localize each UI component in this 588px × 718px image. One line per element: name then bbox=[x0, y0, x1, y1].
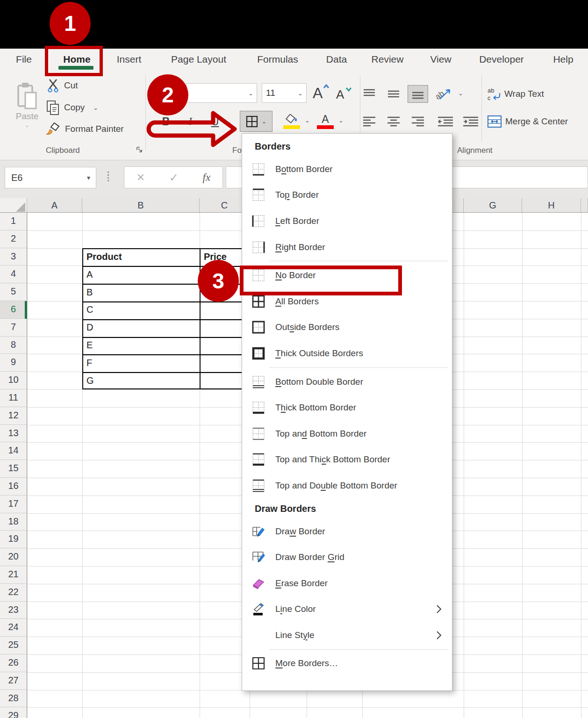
menu-item-more-borders[interactable]: More Borders… bbox=[242, 651, 452, 677]
paste-button[interactable]: Paste ⌄ bbox=[13, 77, 41, 133]
font-name-combobox[interactable]: ⌄ bbox=[186, 83, 257, 103]
copy-button[interactable]: Copy ⌄ bbox=[45, 100, 98, 115]
row-header-24[interactable]: 24 bbox=[0, 619, 27, 637]
tab-data[interactable]: Data bbox=[319, 49, 354, 71]
menu-item-left-border[interactable]: Left Border bbox=[242, 208, 452, 234]
row-header-10[interactable]: 10 bbox=[0, 372, 27, 389]
row-header-20[interactable]: 20 bbox=[0, 548, 27, 566]
align-right-button[interactable] bbox=[408, 112, 428, 131]
increase-indent-button[interactable] bbox=[460, 112, 481, 131]
row-header-3[interactable]: 3 bbox=[0, 248, 27, 266]
row-header-7[interactable]: 7 bbox=[0, 319, 27, 337]
row-header-21[interactable]: 21 bbox=[0, 566, 27, 584]
row-header-25[interactable]: 25 bbox=[0, 637, 27, 654]
menu-item-draw-border[interactable]: Draw Border bbox=[242, 518, 452, 545]
align-center-button[interactable] bbox=[383, 112, 404, 131]
cell-b8[interactable]: E bbox=[82, 337, 200, 354]
format-painter-button[interactable]: Format Painter bbox=[45, 122, 124, 136]
cell-b5[interactable]: B bbox=[82, 283, 200, 301]
merge-center-button[interactable]: Merge & Center bbox=[487, 112, 568, 131]
row-header-29[interactable]: 29 bbox=[0, 707, 27, 718]
cell-b3[interactable]: Product bbox=[82, 248, 200, 266]
row-header-19[interactable]: 19 bbox=[0, 531, 27, 548]
row-header-6[interactable]: 6 bbox=[0, 301, 27, 319]
tab-developer[interactable]: Developer bbox=[470, 49, 533, 71]
cell-b9[interactable]: F bbox=[82, 354, 200, 372]
cell-b7[interactable]: D bbox=[82, 319, 200, 337]
menu-item-outside-borders[interactable]: Outside Borders bbox=[242, 315, 452, 341]
font-color-button[interactable]: A bbox=[314, 111, 337, 132]
borders-chevron-icon: ⌄ bbox=[262, 118, 267, 125]
cell-b10[interactable]: G bbox=[82, 372, 200, 389]
column-header-a[interactable]: A bbox=[27, 198, 82, 213]
menu-item-top-and-thick-bottom-border[interactable]: Top and Thick Bottom Border bbox=[242, 447, 452, 473]
tab-review[interactable]: Review bbox=[364, 49, 411, 71]
row-header-12[interactable]: 12 bbox=[0, 407, 27, 425]
row-header-4[interactable]: 4 bbox=[0, 266, 27, 283]
row-header-13[interactable]: 13 bbox=[0, 425, 27, 443]
column-header-b[interactable]: B bbox=[82, 198, 200, 213]
row-header-22[interactable]: 22 bbox=[0, 584, 27, 602]
row-header-26[interactable]: 26 bbox=[0, 654, 27, 672]
row-header-14[interactable]: 14 bbox=[0, 442, 27, 460]
row-header-5[interactable]: 5 bbox=[0, 283, 27, 301]
cell-b6[interactable]: C bbox=[82, 301, 200, 319]
row-header-28[interactable]: 28 bbox=[0, 690, 27, 708]
name-box-dropdown-icon[interactable]: ▾ bbox=[87, 174, 90, 181]
decrease-font-size-button[interactable]: A bbox=[333, 84, 352, 103]
menu-item-bottom-double-border[interactable]: Bottom Double Border bbox=[242, 369, 452, 395]
menu-item-line-color[interactable]: Line Color bbox=[242, 596, 452, 623]
row-header-18[interactable]: 18 bbox=[0, 513, 27, 531]
top-align-button[interactable] bbox=[359, 85, 380, 103]
fill-color-button[interactable] bbox=[280, 111, 304, 132]
tab-view[interactable]: View bbox=[423, 49, 459, 71]
enter-icon[interactable]: ✓ bbox=[169, 171, 179, 184]
tab-page-layout[interactable]: Page Layout bbox=[164, 49, 234, 71]
cut-button[interactable]: Cut bbox=[47, 79, 78, 93]
menu-item-bottom-border[interactable]: Bottom Border bbox=[242, 156, 452, 182]
formula-bar-resize-handle[interactable] bbox=[108, 172, 109, 181]
menu-item-right-border[interactable]: Right Border bbox=[242, 234, 452, 260]
menu-item-top-border[interactable]: Top Border bbox=[242, 182, 452, 208]
row-header-23[interactable]: 23 bbox=[0, 602, 27, 619]
tab-insert[interactable]: Insert bbox=[109, 49, 149, 71]
menu-item-thick-bottom-border[interactable]: Thick Bottom Border bbox=[242, 395, 452, 421]
orientation-button[interactable]: ab bbox=[433, 84, 455, 103]
wrap-text-button[interactable]: abc Wrap Text bbox=[487, 85, 544, 103]
row-header-8[interactable]: 8 bbox=[0, 337, 27, 354]
column-header-h[interactable]: H bbox=[522, 198, 581, 213]
row-header-11[interactable]: 11 bbox=[0, 389, 27, 407]
bottom-align-button[interactable] bbox=[408, 85, 428, 103]
decrease-indent-button[interactable] bbox=[435, 112, 456, 131]
tab-file[interactable]: File bbox=[9, 49, 38, 71]
row-header-15[interactable]: 15 bbox=[0, 460, 27, 478]
cell-b4[interactable]: A bbox=[82, 266, 200, 283]
cancel-icon[interactable]: ✕ bbox=[136, 172, 145, 184]
increase-font-size-button[interactable]: A bbox=[310, 82, 330, 103]
insert-function-icon[interactable]: fx bbox=[203, 172, 211, 184]
menu-item-label: Bottom Double Border bbox=[275, 377, 363, 387]
tab-help[interactable]: Help bbox=[547, 49, 579, 71]
row-header-1[interactable]: 1 bbox=[0, 213, 27, 230]
name-box[interactable]: E6 ▾ bbox=[5, 167, 96, 188]
menu-item-draw-border-grid[interactable]: Draw Border Grid bbox=[242, 544, 452, 570]
menu-separator bbox=[269, 261, 448, 261]
menu-item-top-and-bottom-border[interactable]: Top and Bottom Border bbox=[242, 421, 452, 447]
column-header-g[interactable]: G bbox=[464, 198, 522, 213]
row-header-17[interactable]: 17 bbox=[0, 495, 27, 513]
menu-item-top-and-double-bottom-border[interactable]: Top and Double Bottom Border bbox=[242, 473, 452, 499]
menu-item-line-style[interactable]: Line Style bbox=[242, 622, 452, 648]
borders-button[interactable]: ⌄ bbox=[240, 111, 272, 132]
select-all-corner[interactable] bbox=[0, 198, 27, 213]
middle-align-button[interactable] bbox=[383, 85, 404, 103]
align-left-button[interactable] bbox=[359, 112, 380, 131]
row-header-9[interactable]: 9 bbox=[0, 354, 27, 372]
menu-item-thick-outside-borders[interactable]: Thick Outside Borders bbox=[242, 340, 452, 366]
row-header-16[interactable]: 16 bbox=[0, 478, 27, 495]
column-header-i[interactable] bbox=[581, 198, 588, 213]
menu-item-erase-border[interactable]: Erase Border bbox=[242, 570, 452, 596]
row-header-2[interactable]: 2 bbox=[0, 230, 27, 248]
font-size-combobox[interactable]: 11 ⌄ bbox=[262, 83, 307, 103]
tab-formulas[interactable]: Formulas bbox=[247, 49, 308, 71]
row-header-27[interactable]: 27 bbox=[0, 672, 27, 690]
